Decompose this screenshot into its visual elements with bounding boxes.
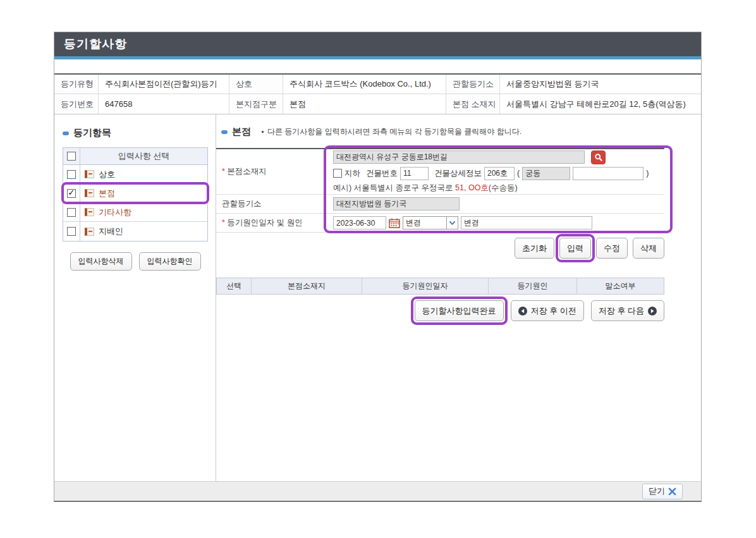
close-x-icon [668, 487, 676, 496]
item-checkbox-bonjeom[interactable] [67, 189, 76, 198]
save-and-previous-button[interactable]: 저장 후 이전 [511, 300, 584, 321]
sidebar-item-gitasahang[interactable]: 기타사항 [63, 203, 207, 222]
entered-items-table: 선택 본점소재지 등기원인일자 등기원인 말소여부 [216, 278, 664, 295]
input-button[interactable]: 입력 [559, 238, 591, 259]
col-header-select: 선택 [217, 278, 252, 294]
registry-office-input[interactable] [333, 197, 460, 211]
cause-type-selected: 변경 [403, 217, 446, 228]
address-example-text: 예시) 서울특별시 종로구 우정국로 51, OO호(수송동) [333, 183, 664, 193]
dialog-footer: 닫기 [54, 481, 701, 501]
registry-office-row: 관할등기소 [216, 195, 664, 214]
save-prev-label: 저장 후 이전 [531, 305, 576, 317]
paren-open: ( [517, 169, 520, 178]
dong-input[interactable] [522, 167, 570, 180]
checkbox-cell [63, 203, 80, 221]
basement-label: 지하 [344, 168, 360, 179]
main-panel: 본점 다른 등기사항을 입력하시려면 좌측 메뉴의 각 등기항목을 클릭해야 합… [216, 114, 701, 484]
info-label-company-name: 상호 [229, 75, 283, 94]
example-prefix: 예시) 서울특별시 종로구 우정국로 [333, 183, 455, 192]
col-header-address: 본점소재지 [252, 278, 362, 294]
cause-text-input[interactable] [461, 216, 592, 229]
save-next-label: 저장 후 다음 [599, 305, 644, 317]
cause-type-select[interactable]: 변경 [403, 216, 458, 229]
item-label-gitasahang: 기타사항 [99, 207, 131, 218]
example-suffix: (수송동) [489, 183, 518, 192]
search-icon [594, 153, 603, 162]
info-value-registry-office: 서울중앙지방법원 등기국 [500, 75, 701, 94]
checkbox-cell [63, 184, 80, 202]
document-note-icon [85, 170, 94, 178]
info-label-registry-office: 관할등기소 [446, 75, 500, 94]
basement-checkbox[interactable] [333, 169, 342, 178]
save-and-next-button[interactable]: 저장 후 다음 [591, 300, 664, 321]
cause-date-input[interactable] [333, 216, 386, 229]
building-detail-input[interactable] [484, 167, 515, 180]
address-search-button[interactable] [591, 150, 606, 164]
checkbox-cell [63, 222, 80, 241]
info-value-registration-type: 주식회사본점이전(관할외)등기 [99, 75, 229, 94]
building-no-label: 건물번호 [366, 168, 398, 179]
document-note-icon [85, 189, 94, 197]
main-section-header: 본점 다른 등기사항을 입력하시려면 좌측 메뉴의 각 등기항목을 클릭해야 합… [216, 126, 664, 138]
delete-input-item-button[interactable]: 입력사항삭제 [70, 252, 132, 271]
complete-input-button[interactable]: 등기할사항입력완료 [415, 300, 504, 321]
paren-close: ) [646, 169, 649, 178]
sidebar-item-bonjeom[interactable]: 본점 [63, 184, 207, 203]
reset-button[interactable]: 초기화 [515, 238, 554, 259]
sidebar-title-text: 등기항목 [73, 127, 111, 139]
info-label-registration-number: 등기번호 [54, 94, 99, 114]
chevron-down-icon [446, 217, 458, 229]
address-input[interactable] [333, 150, 585, 164]
close-label: 닫기 [649, 486, 665, 497]
bottom-action-buttons: 등기할사항입력완료 저장 후 이전 저장 후 다음 [216, 300, 664, 321]
entered-items-table-header: 선택 본점소재지 등기원인일자 등기원인 말소여부 [217, 278, 664, 294]
building-detail-label: 건물상세정보 [434, 168, 482, 179]
registry-office-label: 관할등기소 [216, 199, 330, 209]
form-action-buttons: 초기화 입력 수정 삭제 [216, 238, 664, 259]
cause-label: 등기원인일자 및 원인 [216, 217, 330, 228]
info-value-registration-number: 647658 [99, 94, 229, 114]
info-value-company-name: 주식회사 코드박스 (Kodebox Co., Ltd.) [283, 75, 446, 94]
sidebar-item-sangho[interactable]: 상호 [63, 165, 207, 184]
close-button[interactable]: 닫기 [642, 484, 683, 499]
item-checkbox-gitasahang[interactable] [67, 208, 76, 217]
input-item-select-table: 입력사항 선택 상호 본점 [63, 147, 208, 241]
info-label-registration-type: 등기유형 [54, 75, 99, 94]
section-bullet-icon [63, 131, 69, 135]
col-header-cause-date: 등기원인일자 [362, 278, 489, 294]
col-header-cancellation: 말소여부 [577, 278, 664, 294]
modify-button[interactable]: 수정 [596, 238, 628, 259]
spacer [54, 59, 701, 73]
item-label-bonjeom: 본점 [99, 188, 115, 199]
checkbox-cell [63, 165, 80, 183]
address-form-row: 본점소재지 [216, 149, 664, 195]
circle-arrow-left-icon [518, 307, 527, 315]
item-checkbox-sangho[interactable] [67, 170, 76, 179]
info-label-head-office-address: 본점 소재지 [446, 94, 500, 114]
item-label-sangho: 상호 [99, 169, 115, 180]
address-field-cell: 지하 건물번호 건물상세정보 ( ) 예시) 서울특별시 종로구 우정국로 51… [330, 150, 664, 193]
building-extra-input[interactable] [573, 167, 643, 180]
info-label-office-type: 본지점구분 [229, 94, 283, 114]
section-bullet-icon [221, 130, 228, 134]
info-value-head-office-address: 서울특별시 강남구 테헤란로20길 12, 5층(역삼동) [500, 94, 701, 114]
building-no-input[interactable] [400, 167, 429, 180]
sidebar-item-jibaein[interactable]: 지배인 [63, 222, 207, 241]
document-note-icon [85, 208, 94, 216]
delete-button[interactable]: 삭제 [633, 238, 664, 259]
col-header-cause: 등기원인 [489, 278, 577, 294]
address-field-label: 본점소재지 [216, 166, 330, 177]
registration-dialog: 등기할사항 등기유형 주식회사본점이전(관할외)등기 상호 주식회사 코드박스 … [54, 32, 702, 502]
select-all-checkbox[interactable] [67, 152, 76, 161]
calendar-button[interactable] [389, 218, 400, 228]
info-value-office-type: 본점 [283, 94, 446, 114]
registration-items-sidebar: 등기항목 입력사항 선택 상호 [54, 114, 216, 484]
dialog-title: 등기할사항 [54, 32, 701, 56]
registration-info-table: 등기유형 주식회사본점이전(관할외)등기 상호 주식회사 코드박스 (Kodeb… [54, 73, 701, 114]
confirm-input-item-button[interactable]: 입력사항확인 [139, 252, 201, 271]
cause-row: 등기원인일자 및 원인 [216, 214, 664, 233]
sidebar-buttons: 입력사항삭제 입력사항확인 [63, 252, 208, 271]
item-checkbox-jibaein[interactable] [67, 227, 76, 236]
circle-arrow-right-icon [648, 307, 657, 315]
calendar-icon [389, 218, 400, 228]
